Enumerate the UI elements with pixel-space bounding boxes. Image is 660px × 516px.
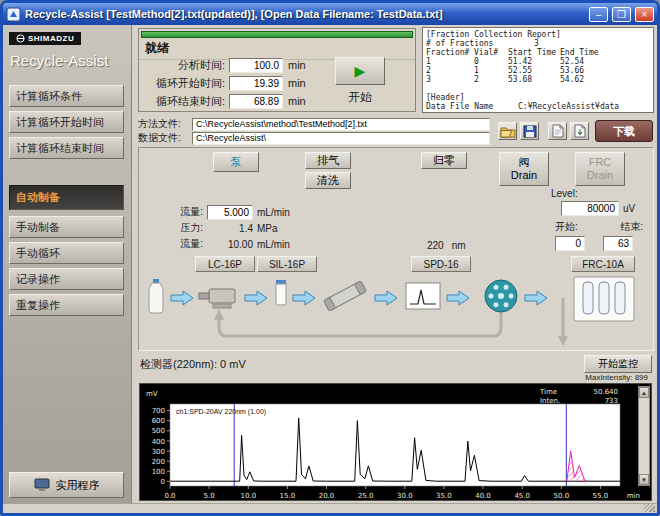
folder-open-icon [500, 125, 516, 138]
sidebar-item-3[interactable]: 计算循环结束时间 [9, 137, 124, 159]
purge-button[interactable]: 排气 [305, 152, 351, 169]
sidebar-item-8[interactable]: 重复操作 [9, 294, 124, 316]
cycle-start-time-label: 循环开始时间: [143, 76, 225, 91]
start-monitor-button[interactable]: 开始监控 [584, 355, 652, 373]
save-method-button[interactable] [520, 122, 539, 140]
svg-text:ch1:SPD-20AV 220nm (1.00): ch1:SPD-20AV 220nm (1.00) [176, 408, 266, 416]
level-input[interactable] [561, 201, 619, 216]
rinse-button[interactable]: 清洗 [305, 172, 351, 189]
sidebar-menu: 计算循环条件计算循环开始时间计算循环结束时间自动制备手动制备手动循环记录操作重复… [9, 85, 125, 316]
analysis-time-unit: min [288, 59, 306, 71]
app-name: Recycle-Assist [10, 52, 125, 69]
svg-text:100: 100 [152, 468, 165, 476]
flow-label: 流量: [169, 205, 203, 219]
utility-label: 实用程序 [56, 478, 100, 493]
window-title: Recycle-Assist [TestMethod[2].txt(update… [25, 8, 585, 20]
level-box: Level: uV 开始: 结束: [551, 188, 651, 251]
analysis-time-input[interactable] [229, 58, 283, 73]
file-bar: 方法文件: 数据文件: [138, 117, 654, 145]
flow-input[interactable] [207, 205, 253, 220]
svg-text:200: 200 [152, 458, 165, 466]
report-table-row: 1051.4252.54 [426, 57, 650, 66]
download-button[interactable]: 下载 [595, 120, 653, 142]
report-datafile-line: Data File NameC:¥RecycleAssist¥data [426, 102, 650, 111]
cycle-end-time-label: 循环结束时间: [143, 94, 225, 109]
report-fractions-line: # of Fractions3 [426, 39, 650, 48]
floppy-icon [523, 125, 537, 138]
flow-arrow-icon [373, 290, 399, 308]
level-label: Level: [551, 188, 651, 199]
scroll-up-icon[interactable]: ▲ [639, 387, 649, 398]
time-settings: 分析时间: min 循环开始时间: min 循环结束时间: min [143, 56, 306, 110]
svg-text:20.0: 20.0 [319, 492, 335, 500]
report-table-row: 2152.5553.66 [426, 66, 650, 75]
device-label-lc16p: LC-16P [195, 256, 255, 272]
open-method-button[interactable] [498, 122, 517, 140]
range-end-input[interactable] [603, 236, 633, 251]
sidebar-item-2[interactable]: 计算循环开始时间 [9, 111, 124, 133]
svg-text:733: 733 [605, 397, 618, 405]
sidebar-item-6[interactable]: 手动循环 [9, 242, 124, 264]
save-data-button[interactable] [570, 122, 589, 140]
svg-text:50.0: 50.0 [554, 492, 570, 500]
svg-text:55.0: 55.0 [593, 492, 609, 500]
close-button[interactable]: × [635, 7, 654, 22]
play-icon: ▶ [355, 63, 366, 79]
scroll-down-icon[interactable]: ▼ [639, 474, 649, 485]
maximize-button[interactable]: ❐ [612, 7, 631, 22]
range-start-input[interactable] [555, 236, 585, 251]
sidebar-item-5[interactable]: 手动制备 [9, 216, 124, 238]
report-header-title: [Header] [426, 93, 650, 102]
cycle-start-time-row: 循环开始时间: min [143, 74, 306, 92]
utility-button[interactable]: 实用程序 [9, 472, 124, 498]
open-data-button[interactable] [548, 122, 567, 140]
cycle-start-time-input[interactable] [229, 76, 283, 91]
detector-title: 检测器(220nm): 0 mV [138, 355, 654, 372]
flow2-unit: mL/min [257, 239, 290, 250]
ready-progress-bar [141, 31, 413, 38]
minimize-button[interactable]: – [589, 7, 608, 22]
detector-panel: 检测器(220nm): 0 mV 开始监控 MaxIntensity: 899 … [138, 355, 654, 501]
cycle-end-time-input[interactable] [229, 94, 283, 109]
data-file-label: 数据文件: [138, 131, 192, 145]
sidebar-item-7[interactable]: 记录操作 [9, 268, 124, 290]
flow-arrow-icon [243, 290, 269, 308]
svg-text:25.0: 25.0 [358, 492, 374, 500]
cycle-end-time-unit: min [288, 95, 306, 107]
chart-scrollbar[interactable]: ▲ ▼ [638, 386, 650, 486]
pump-status-box: 流量: mL/min 压力: 1.4 MPa 流量: 10.00 mL/min [169, 204, 290, 252]
cycle-end-time-row: 循环结束时间: min [143, 92, 306, 110]
document-save-icon [574, 124, 586, 138]
svg-text:35.0: 35.0 [436, 492, 452, 500]
fraction-report-panel[interactable]: [Fraction Collection Report] # of Fracti… [422, 27, 654, 113]
wavelength-readout: 220nm [427, 240, 474, 251]
auto-zero-button[interactable]: 归零 [421, 152, 467, 169]
flow-arrow-icon [169, 290, 195, 308]
sidebar-item-1[interactable]: 计算循环条件 [9, 85, 124, 107]
column-icon [321, 278, 369, 316]
svg-text:5.0: 5.0 [204, 492, 215, 500]
valve-drain-button[interactable]: 阀Drain [499, 152, 549, 186]
device-label-sil16p: SIL-16P [257, 256, 317, 272]
shimadzu-logo: SHIMADZU [9, 32, 81, 45]
svg-text:45.0: 45.0 [514, 492, 530, 500]
svg-text:40.0: 40.0 [475, 492, 491, 500]
pump-button[interactable]: 泵 [213, 152, 259, 172]
start-button[interactable]: ▶ [335, 57, 385, 85]
method-file-input[interactable] [192, 118, 490, 131]
flow-arrow-icon [291, 290, 317, 308]
titlebar[interactable]: Recycle-Assist [TestMethod[2].txt(update… [3, 3, 657, 25]
pressure-unit: MPa [257, 223, 278, 234]
analysis-time-row: 分析时间: min [143, 56, 306, 74]
chromatogram-chart[interactable]: 01002003004005006007000.05.010.015.020.0… [139, 383, 652, 501]
report-table: Fraction#Vial#Start TimeEnd Time1051.425… [426, 48, 650, 84]
sidebar-item-4[interactable]: 自动制备 [9, 185, 124, 210]
resize-grip[interactable] [644, 504, 655, 512]
start-label: 开始 [335, 89, 385, 106]
report-table-row: 3253.6854.62 [426, 75, 650, 84]
main-area: 就绪 分析时间: min 循环开始时间: min 循环结束时间: min [133, 25, 657, 503]
device-label-spd16: SPD-16 [411, 256, 471, 272]
data-file-input[interactable] [192, 132, 490, 145]
flow-diagram-panel: 泵 排气 清洗 归零 阀Drain FRCDrain Level: uV 开始:… [138, 147, 654, 351]
scrollbar-track[interactable] [639, 398, 649, 474]
